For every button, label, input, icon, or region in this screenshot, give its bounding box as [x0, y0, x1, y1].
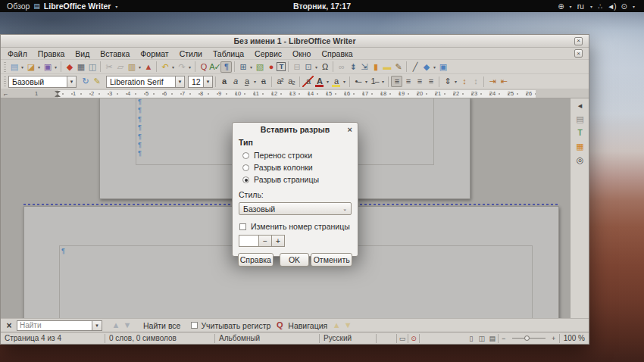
font-size-dropdown[interactable]: ▼ [203, 76, 212, 87]
properties-icon[interactable]: ▤ [574, 114, 586, 125]
menu-item-7[interactable]: Сервис [249, 49, 287, 58]
help-button[interactable]: Справка [238, 253, 274, 267]
insert-table-dropdown[interactable]: ▾ [249, 64, 254, 70]
page-break-radio[interactable] [242, 176, 249, 183]
insert-chart-icon[interactable]: ● [265, 61, 277, 73]
spelling-icon[interactable]: A✓ [209, 61, 220, 73]
single-page-view-icon[interactable]: ▯ [466, 335, 477, 342]
status-page-style[interactable]: Альбомный [215, 334, 319, 342]
formatting-marks-icon[interactable]: ¶ [220, 61, 232, 73]
keyboard-layout-indicator[interactable]: ru [577, 2, 584, 11]
find-close-icon[interactable]: × [4, 320, 14, 331]
update-style-icon[interactable]: ↻ [80, 76, 91, 87]
insert-field-dropdown[interactable]: ▾ [314, 64, 319, 70]
justify-icon[interactable]: ≡ [425, 76, 436, 87]
zoom-level[interactable]: 100 % [560, 334, 589, 342]
dialog-titlebar[interactable]: Вставить разрыв × [233, 123, 358, 136]
navigator-icon[interactable]: ◎ [574, 154, 586, 166]
align-left-icon[interactable]: ≡ [391, 76, 402, 87]
radio-row-column-break[interactable]: Разрыв колонки [242, 164, 352, 171]
ok-button[interactable]: OK [280, 253, 310, 267]
numbered-list-dropdown[interactable]: ▾ [380, 79, 386, 84]
insert-endnote-icon[interactable]: ⇲ [358, 61, 370, 73]
menu-item-0[interactable]: Файл [2, 49, 33, 58]
menu-item-5[interactable]: Стили [174, 49, 208, 58]
open-icon[interactable]: ◪ [25, 61, 36, 73]
page-number-input[interactable] [239, 235, 259, 247]
font-name-combobox[interactable]: Liberation Serif ▼ [106, 76, 185, 88]
menu-item-6[interactable]: Таблица [208, 49, 249, 58]
find-replace-icon[interactable]: Q [198, 61, 209, 73]
zoom-in-button[interactable]: + [549, 335, 559, 342]
font-size-combobox[interactable]: 12 ▼ [188, 76, 213, 88]
window-titlebar[interactable]: Без имени 1 - LibreOffice Writer × [1, 35, 589, 48]
bullet-list-icon[interactable]: •– [352, 76, 364, 87]
insert-image-icon[interactable]: ▧ [254, 61, 265, 73]
menu-item-4[interactable]: Формат [135, 49, 174, 58]
tab-stop-selector-icon[interactable]: ⌐ [4, 89, 8, 98]
change-page-number-checkbox[interactable] [239, 223, 246, 230]
radio-row-line-break[interactable]: Перенос строки [242, 151, 352, 159]
print-preview-icon[interactable]: ◫ [86, 61, 98, 73]
match-case-checkbox[interactable] [191, 322, 198, 329]
clone-formatting-icon[interactable]: ▲ [142, 61, 154, 73]
change-page-number-row[interactable]: Изменить номер страницы [239, 222, 352, 231]
clock[interactable]: Вторник, 17:17 [293, 2, 351, 11]
match-case-label[interactable]: Учитывать регистр [198, 321, 274, 330]
insert-textbox-icon[interactable]: T [277, 62, 286, 71]
show-draw-functions-icon[interactable]: ▣ [437, 61, 449, 73]
page-number-increment-button[interactable]: + [272, 235, 285, 247]
highlight-color-icon[interactable]: a [330, 76, 342, 87]
undo-dropdown[interactable]: ▾ [170, 64, 176, 70]
selection-mode-icon[interactable]: ▭ [397, 335, 408, 342]
save-dropdown[interactable]: ▾ [53, 64, 58, 70]
document-close-button[interactable]: × [574, 49, 583, 58]
font-color-icon[interactable]: A [314, 76, 325, 87]
para-space-increase-icon[interactable]: ↕ [458, 76, 470, 87]
network-icon[interactable]: ∴ [598, 2, 602, 11]
column-break-radio[interactable] [242, 164, 249, 171]
paragraph-style-combobox[interactable]: Базовый ▼ [8, 76, 77, 88]
volume-icon[interactable]: ◄) [607, 2, 615, 11]
new-document-icon[interactable]: ▤ [8, 61, 20, 73]
dialog-close-icon[interactable]: × [348, 124, 352, 135]
sidebar-settings-icon[interactable]: ◂ [574, 100, 586, 111]
status-language[interactable]: Русский [320, 334, 376, 342]
multi-page-view-icon[interactable]: ◫ [477, 335, 487, 342]
globe-icon[interactable]: ⊕ [558, 2, 563, 11]
style-select[interactable]: Базовый ⌄ [239, 202, 352, 215]
zoom-slider-knob[interactable] [524, 335, 530, 341]
toolbar-grip[interactable] [4, 76, 6, 86]
status-word-count[interactable]: 0 слов, 0 символов [105, 334, 214, 342]
insert-field-icon[interactable]: ⊡ [302, 61, 314, 73]
indent-margin-marker[interactable] [55, 91, 61, 94]
special-character-icon[interactable]: Ω [319, 61, 330, 73]
line-break-radio[interactable] [242, 152, 249, 159]
gallery-icon[interactable]: ▦ [574, 141, 586, 152]
align-center-icon[interactable]: ≡ [402, 76, 414, 87]
decrease-indent-icon[interactable]: ⇤ [498, 76, 509, 87]
document-modified-icon[interactable]: ⊙ [408, 335, 419, 342]
insert-line-icon[interactable]: ╱ [409, 61, 420, 73]
find-all-button[interactable]: Найти все [140, 321, 183, 330]
zoom-out-button[interactable]: − [499, 335, 509, 342]
power-icon[interactable]: ⊙ [621, 2, 627, 11]
toolbar-grip[interactable] [4, 62, 6, 72]
cancel-button[interactable]: Отменить [311, 253, 352, 267]
track-changes-icon[interactable]: ✎ [392, 61, 404, 73]
print-icon[interactable]: ▦ [75, 61, 86, 73]
superscript-icon[interactable]: a² [274, 76, 286, 87]
open-dropdown[interactable]: ▾ [36, 64, 42, 70]
font-color-dropdown[interactable]: ▾ [325, 79, 330, 84]
insert-bookmark-icon[interactable]: ▮ [370, 61, 381, 73]
find-and-replace-icon[interactable]: Q [274, 320, 285, 331]
find-input[interactable] [17, 320, 92, 331]
font-name-dropdown[interactable]: ▼ [175, 76, 184, 87]
insert-comment-icon[interactable]: ▬ [381, 61, 392, 73]
highlight-color-dropdown[interactable]: ▾ [342, 79, 347, 84]
radio-row-page-break[interactable]: Разрыв страницы [242, 176, 352, 183]
window-close-button[interactable]: × [574, 37, 583, 45]
zoom-slider[interactable] [512, 338, 546, 339]
subscript-icon[interactable]: a₂ [286, 76, 297, 87]
page-number-decrement-button[interactable]: − [259, 235, 272, 247]
